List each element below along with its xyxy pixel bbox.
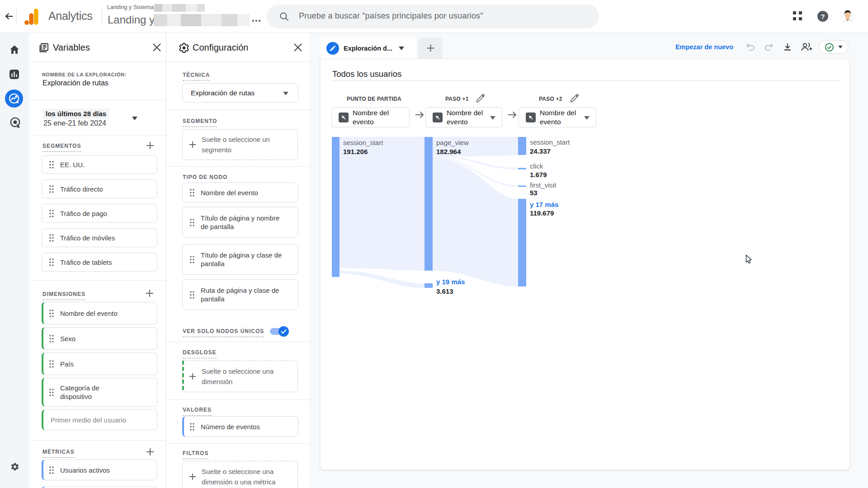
svg-text:?: ? (821, 13, 825, 20)
